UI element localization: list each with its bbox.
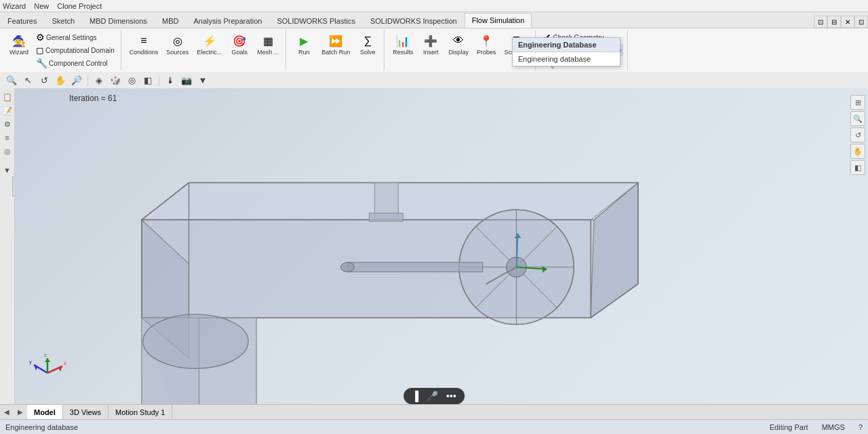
insert-label: Insert (423, 49, 439, 56)
results-label: Results (393, 49, 413, 56)
status-bar: Engineering database Editing Part MMGS ? (0, 419, 868, 434)
component-control-button[interactable]: 🔧 Component Control (34, 57, 117, 69)
bottom-tab-model[interactable]: Model (27, 405, 63, 420)
general-settings-label: General Settings (46, 34, 97, 41)
toolbar-separator-1 (87, 75, 88, 86)
component-control-icon: 🔧 (36, 58, 47, 68)
engineering-database-dropdown-item[interactable]: Engineering database (513, 52, 620, 66)
left-filter[interactable]: ▼ (1, 164, 14, 176)
toolbar-hide-show[interactable]: ◎ (124, 73, 139, 88)
tab-mbd[interactable]: MBD (155, 13, 186, 28)
computational-domain-button[interactable]: ◻ Computational Domain (34, 44, 117, 56)
toolbar-zoom-to-fit[interactable]: 🔍 (4, 73, 19, 88)
ribbon-group-conditions: ≡ Conditions ◎ Sources ⚡ Electric... 🎯 G… (123, 30, 287, 71)
engineering-database-dropdown: Engineering Database Engineering databas… (512, 37, 620, 66)
toolbar-view-orient[interactable]: 🎲 (108, 73, 123, 88)
float-more-btn[interactable]: ••• (446, 391, 456, 401)
goals-label: Goals (232, 49, 248, 56)
conditions-button[interactable]: ≡ Conditions (127, 31, 161, 58)
conditions-icon: ≡ (136, 33, 152, 49)
results-button[interactable]: 📊 Results (390, 31, 416, 58)
window-restore-btn[interactable]: ⊡ (814, 16, 827, 28)
3d-viewport[interactable]: Iteration = 61 (15, 88, 868, 419)
mesh-label: Mesh ... (257, 49, 279, 56)
ribbon-group-setup: 🧙 Wizard ⚙ General Settings ◻ Computatio… (3, 30, 121, 71)
goals-button[interactable]: 🎯 Goals (227, 31, 252, 58)
right-section[interactable]: ◧ (850, 160, 865, 175)
wizard-button[interactable]: 🧙 Wizard (7, 31, 31, 69)
toolbar-zoom[interactable]: 🔎 (69, 73, 84, 88)
left-feature-manager[interactable]: 📋 (1, 91, 14, 103)
float-record-btn[interactable]: ▐ (412, 391, 418, 401)
solve-button[interactable]: ∑ Solve (355, 31, 380, 58)
menu-clone-project[interactable]: Clone Project (57, 2, 102, 10)
right-view-orient[interactable]: ⊞ (850, 95, 865, 110)
left-config-manager[interactable]: ⚙ (1, 118, 14, 130)
svg-text:x: x (64, 360, 66, 366)
general-settings-button[interactable]: ⚙ General Settings (34, 31, 117, 43)
toolbar-more[interactable]: ▼ (195, 73, 210, 88)
wizard-icon: 🧙 (11, 33, 27, 49)
right-rotate[interactable]: ↺ (850, 127, 865, 142)
wizard-label: Wizard (9, 49, 28, 56)
probes-label: Probes (477, 49, 496, 56)
status-editing-part: Editing Part (770, 423, 808, 431)
window-expand-btn[interactable]: ⊡ (854, 16, 868, 28)
batch-run-icon: ⏩ (328, 33, 344, 49)
bottom-tab-3d-views[interactable]: 3D Views (63, 405, 108, 420)
mesh-button[interactable]: ▦ Mesh ... (254, 31, 281, 58)
conditions-label: Conditions (130, 49, 159, 56)
tab-solidworks-inspection[interactable]: SOLIDWORKS Inspection (363, 13, 465, 28)
sources-button[interactable]: ◎ Sources (163, 31, 191, 58)
svg-point-35 (143, 315, 248, 369)
float-toolbar: ▐ 🎤 ••• (403, 388, 465, 404)
view-toolbar: 🔍 ↖ ↺ ✋ 🔎 ◈ 🎲 ◎ ◧ 🌡 📷 ▼ (0, 72, 868, 90)
top-menu-bar: Wizard New Clone Project (0, 0, 868, 12)
bottom-tab-next[interactable]: ▶ (14, 405, 27, 420)
window-minimize-btn[interactable]: ⊟ (827, 16, 841, 28)
electric-button[interactable]: ⚡ Electric... (194, 31, 224, 58)
tab-flow-simulation[interactable]: Flow Simulation (465, 13, 532, 28)
tab-sketch[interactable]: Sketch (44, 13, 82, 28)
toolbar-rotate[interactable]: ↺ (37, 73, 52, 88)
electric-label: Electric... (197, 49, 222, 56)
float-mic-btn[interactable]: 🎤 (427, 391, 438, 401)
insert-button[interactable]: ➕ Insert (418, 31, 443, 58)
right-zoom-in[interactable]: 🔍 (850, 111, 865, 126)
toolbar-sim-display[interactable]: 🌡 (163, 73, 178, 88)
left-property-manager[interactable]: 📝 (1, 104, 14, 117)
bottom-tab-motion-study-1[interactable]: Motion Study 1 (108, 405, 172, 420)
left-dim-expert[interactable]: ≡ (1, 132, 14, 144)
svg-marker-43 (45, 358, 50, 362)
menu-new[interactable]: New (34, 2, 49, 10)
bottom-tab-prev[interactable]: ◀ (0, 405, 14, 420)
toolbar-section-view[interactable]: ◧ (140, 73, 155, 88)
svg-rect-31 (369, 213, 403, 221)
toolbar-camera[interactable]: 📷 (179, 73, 194, 88)
computational-domain-label: Computational Domain (45, 47, 115, 54)
run-label: Run (298, 49, 310, 56)
toolbar-select[interactable]: ↖ (20, 73, 35, 88)
ribbon: Features Sketch MBD Dimensions MBD Analy… (0, 12, 868, 91)
probes-icon: 📍 (478, 33, 494, 49)
left-display-manager[interactable]: ◎ (1, 145, 14, 157)
tab-analysis-preparation[interactable]: Analysis Preparation (186, 13, 269, 28)
tab-mbd-dimensions[interactable]: MBD Dimensions (82, 13, 155, 28)
batch-run-button[interactable]: ⏩ Batch Run (319, 31, 353, 58)
probes-button[interactable]: 📍 Probes (474, 31, 499, 58)
toolbar-display-mode[interactable]: ◈ (92, 73, 106, 88)
toolbar-pan[interactable]: ✋ (53, 73, 68, 88)
run-button[interactable]: ▶ Run (292, 31, 316, 58)
svg-text:z: z (44, 353, 47, 358)
display-button[interactable]: 👁 Display (446, 31, 471, 58)
tab-features[interactable]: Features (0, 13, 44, 28)
mesh-icon: ▦ (260, 33, 276, 49)
right-pan[interactable]: ✋ (850, 144, 865, 159)
svg-text:y: y (29, 359, 32, 365)
status-help[interactable]: ? (859, 423, 863, 431)
tab-solidworks-plastics[interactable]: SOLIDWORKS Plastics (269, 13, 363, 28)
svg-point-29 (341, 262, 355, 272)
window-close-btn[interactable]: ✕ (841, 16, 854, 28)
bottom-tab-bar: ◀ ▶ Model 3D Views Motion Study 1 (0, 404, 868, 419)
menu-wizard[interactable]: Wizard (3, 2, 26, 10)
